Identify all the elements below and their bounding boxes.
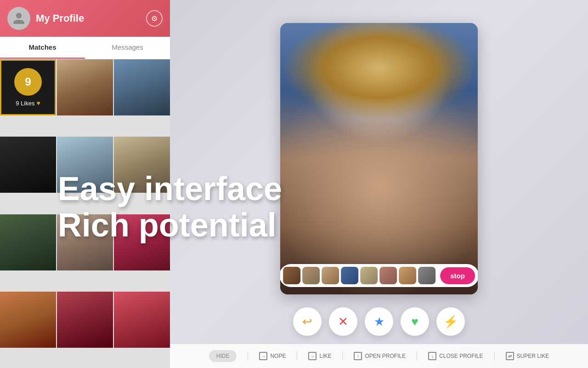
sidebar: My Profile ⚙ Matches Messages 9 9 Likes … (0, 0, 170, 368)
list-item[interactable] (57, 137, 113, 193)
thumbnail-strip: stop (280, 264, 478, 287)
open-profile-icon: ↑ (354, 352, 362, 360)
rewind-icon: ↩ (302, 315, 312, 329)
list-item[interactable] (0, 137, 56, 193)
list-item[interactable] (379, 267, 397, 284)
x-icon: ✕ (338, 315, 348, 329)
person-photo (280, 23, 478, 294)
list-item[interactable] (360, 267, 378, 284)
rewind-button[interactable]: ↩ (293, 307, 322, 336)
matches-grid: 9 9 Likes ♥ (0, 59, 170, 368)
like-toolbar-item: → LIKE (308, 352, 331, 360)
settings-button[interactable]: ⚙ (146, 10, 163, 27)
stop-button[interactable]: stop (440, 267, 475, 284)
list-item[interactable] (399, 267, 416, 284)
nope-toolbar-item: → NOPE (259, 352, 286, 360)
list-item[interactable] (114, 137, 170, 193)
list-item[interactable] (0, 292, 56, 348)
boost-button[interactable]: ⚡ (436, 307, 465, 336)
divider (494, 351, 495, 361)
tabs-container: Matches Messages (0, 37, 170, 59)
divider (417, 351, 417, 361)
tab-matches[interactable]: Matches (0, 37, 85, 59)
heart-icon: ♥ (411, 315, 418, 329)
close-profile-label: CLOSE PROFILE (439, 353, 483, 359)
card-area: stop ↩ ✕ ★ ♥ ⚡ (170, 0, 588, 368)
list-item[interactable] (302, 267, 320, 284)
like-button[interactable]: ♥ (401, 307, 429, 336)
person-hair (280, 23, 478, 172)
list-item[interactable] (0, 214, 56, 270)
super-like-icon: ⇌ (506, 352, 514, 360)
star-icon: ★ (374, 315, 384, 329)
hide-label: HIDE (216, 353, 230, 359)
list-item[interactable] (418, 267, 435, 284)
list-item[interactable] (341, 267, 358, 284)
divider (342, 351, 343, 361)
list-item[interactable] (114, 59, 170, 115)
heart-icon: ♥ (36, 99, 40, 107)
likes-label: 9 Likes ♥ (16, 99, 40, 107)
nope-icon: → (259, 352, 267, 360)
profile-name: My Profile (36, 12, 141, 24)
list-item[interactable] (114, 292, 170, 348)
open-profile-item: ↑ OPEN PROFILE (354, 352, 406, 360)
nope-button[interactable]: ✕ (329, 307, 357, 336)
likes-count: 9 (14, 68, 42, 96)
like-label: LIKE (319, 353, 331, 359)
bottom-toolbar: HIDE → NOPE → LIKE ↑ OPEN PROFILE ↓ CLOS… (170, 344, 588, 368)
list-item[interactable] (57, 292, 113, 348)
divider (248, 351, 248, 361)
list-item[interactable] (57, 214, 113, 270)
divider (297, 351, 297, 361)
list-item[interactable] (283, 267, 300, 284)
list-item[interactable] (322, 267, 339, 284)
list-item[interactable] (57, 59, 113, 115)
likes-card[interactable]: 9 9 Likes ♥ (0, 59, 56, 115)
open-profile-label: OPEN PROFILE (365, 353, 406, 359)
bolt-icon: ⚡ (443, 315, 458, 329)
close-profile-icon: ↓ (428, 352, 436, 360)
list-item[interactable] (114, 214, 170, 270)
profile-card: stop (280, 23, 478, 294)
like-icon: → (308, 352, 317, 360)
hide-button[interactable]: HIDE (209, 350, 237, 362)
star-button[interactable]: ★ (365, 307, 393, 336)
settings-icon: ⚙ (151, 14, 158, 23)
avatar (7, 7, 30, 30)
tab-messages[interactable]: Messages (85, 37, 170, 59)
profile-header: My Profile ⚙ (0, 0, 170, 37)
super-like-label: SUPER LIKE (517, 353, 549, 359)
nope-label: NOPE (270, 353, 286, 359)
super-like-item: ⇌ SUPER LIKE (506, 352, 549, 360)
action-buttons: ↩ ✕ ★ ♥ ⚡ (293, 307, 465, 336)
close-profile-item: ↓ CLOSE PROFILE (428, 352, 483, 360)
